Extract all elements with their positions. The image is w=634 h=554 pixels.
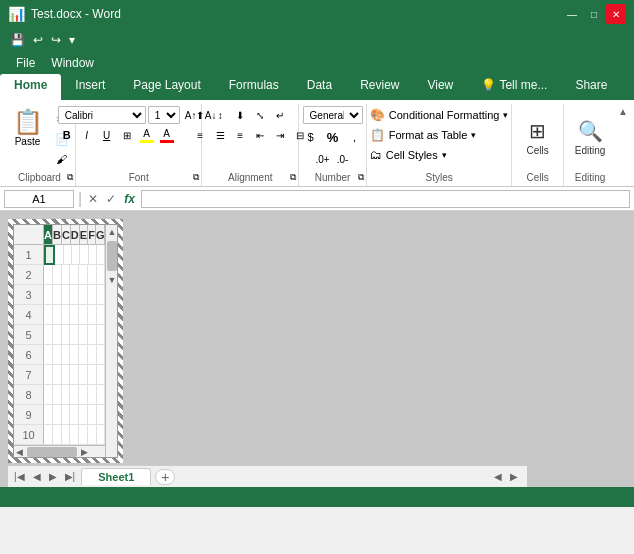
font-color-button[interactable]: A: [158, 126, 176, 144]
sheet-nav-prev[interactable]: ◀: [29, 471, 45, 482]
tab-page-layout[interactable]: Page Layout: [119, 74, 214, 100]
cell-A3[interactable]: [44, 285, 53, 305]
number-expand-icon[interactable]: ⧉: [358, 172, 364, 183]
cell-B5[interactable]: [53, 325, 62, 345]
cell-D2[interactable]: [70, 265, 79, 285]
tab-share[interactable]: Share: [561, 74, 621, 100]
formula-input[interactable]: [141, 190, 630, 208]
text-angle-button[interactable]: ⤡: [251, 106, 269, 124]
formula-fx-button[interactable]: fx: [122, 192, 137, 206]
cell-A7[interactable]: [44, 365, 53, 385]
cell-E6[interactable]: [79, 345, 88, 365]
underline-button[interactable]: U: [98, 126, 116, 144]
menu-window[interactable]: Window: [43, 54, 102, 72]
cells-button[interactable]: ⊞ Cells: [516, 115, 560, 159]
font-size-select[interactable]: 11: [148, 106, 180, 124]
cell-B10[interactable]: [53, 425, 62, 445]
tab-view[interactable]: View: [413, 74, 467, 100]
cell-C1[interactable]: [64, 245, 72, 265]
cell-E1[interactable]: [80, 245, 88, 265]
cell-A4[interactable]: [44, 305, 53, 325]
cell-F8[interactable]: [88, 385, 97, 405]
align-right-button[interactable]: ≡: [231, 126, 249, 144]
tab-home[interactable]: Home: [0, 74, 61, 100]
alignment-expand-icon[interactable]: ⧉: [290, 172, 296, 183]
percent-button[interactable]: %: [322, 126, 344, 148]
col-header-B[interactable]: B: [53, 225, 62, 244]
col-header-G[interactable]: G: [96, 225, 106, 244]
cell-C5[interactable]: [62, 325, 71, 345]
cell-C6[interactable]: [62, 345, 71, 365]
maximize-button[interactable]: □: [584, 4, 604, 24]
cell-B4[interactable]: [53, 305, 62, 325]
cell-C7[interactable]: [62, 365, 71, 385]
cell-F4[interactable]: [88, 305, 97, 325]
cell-D7[interactable]: [70, 365, 79, 385]
cell-C3[interactable]: [62, 285, 71, 305]
sheet-h-scroll-right[interactable]: ▶: [507, 471, 521, 482]
v-scroll-thumb[interactable]: [107, 241, 117, 271]
col-header-D[interactable]: D: [71, 225, 80, 244]
cell-B3[interactable]: [53, 285, 62, 305]
cell-G8[interactable]: [97, 385, 106, 405]
wrap-text-button[interactable]: ↵: [271, 106, 289, 124]
conditional-formatting-button[interactable]: 🎨 Conditional Formatting ▾: [366, 106, 513, 124]
row-num-6[interactable]: 6: [14, 345, 44, 365]
cell-A2[interactable]: [44, 265, 53, 285]
cell-D1[interactable]: [72, 245, 80, 265]
cell-G9[interactable]: [97, 405, 106, 425]
cell-A5[interactable]: [44, 325, 53, 345]
cell-C4[interactable]: [62, 305, 71, 325]
v-scroll-up[interactable]: ▲: [107, 225, 116, 239]
align-top-button[interactable]: ⬆: [191, 106, 209, 124]
cell-E3[interactable]: [79, 285, 88, 305]
h-scroll-right[interactable]: ▶: [79, 447, 90, 457]
bold-button[interactable]: B: [58, 126, 76, 144]
cell-B2[interactable]: [53, 265, 62, 285]
cell-B1[interactable]: [55, 245, 63, 265]
cell-F10[interactable]: [88, 425, 97, 445]
cell-A10[interactable]: [44, 425, 53, 445]
row-num-10[interactable]: 10: [14, 425, 44, 445]
cell-F7[interactable]: [88, 365, 97, 385]
undo-qa-button[interactable]: ↩: [31, 33, 45, 47]
tab-tell-me[interactable]: 💡 Tell me...: [467, 74, 561, 100]
number-format-select[interactable]: General: [303, 106, 363, 124]
border-button[interactable]: ⊞: [118, 126, 136, 144]
align-center-button[interactable]: ☰: [211, 126, 229, 144]
redo-qa-button[interactable]: ↪: [49, 33, 63, 47]
cell-G3[interactable]: [97, 285, 106, 305]
cell-G5[interactable]: [97, 325, 106, 345]
cell-E10[interactable]: [79, 425, 88, 445]
cell-D8[interactable]: [70, 385, 79, 405]
cell-G10[interactable]: [97, 425, 106, 445]
cell-F2[interactable]: [88, 265, 97, 285]
italic-button[interactable]: I: [78, 126, 96, 144]
add-sheet-button[interactable]: +: [155, 469, 175, 485]
indent-increase-button[interactable]: ⇥: [271, 126, 289, 144]
sheet-h-scroll-left[interactable]: ◀: [491, 471, 505, 482]
accounting-button[interactable]: $: [302, 128, 320, 146]
sheet-nav-first[interactable]: |◀: [10, 471, 29, 482]
formula-cancel-button[interactable]: ✕: [86, 192, 100, 206]
minimize-button[interactable]: —: [562, 4, 582, 24]
cell-C8[interactable]: [62, 385, 71, 405]
formula-confirm-button[interactable]: ✓: [104, 192, 118, 206]
paste-button[interactable]: 📋 Paste: [7, 106, 49, 149]
cell-D9[interactable]: [70, 405, 79, 425]
v-scroll-down[interactable]: ▼: [107, 273, 116, 287]
fill-color-button[interactable]: A: [138, 126, 156, 144]
cell-F6[interactable]: [88, 345, 97, 365]
cell-D10[interactable]: [70, 425, 79, 445]
decrease-decimal-button[interactable]: .0-: [334, 150, 352, 168]
menu-file[interactable]: File: [8, 54, 43, 72]
sheet-nav-next[interactable]: ▶: [45, 471, 61, 482]
cell-E8[interactable]: [79, 385, 88, 405]
font-name-select[interactable]: Calibri: [58, 106, 146, 124]
ribbon-collapse-button[interactable]: ▲: [618, 106, 628, 117]
cell-D4[interactable]: [70, 305, 79, 325]
cell-F9[interactable]: [88, 405, 97, 425]
col-header-F[interactable]: F: [88, 225, 96, 244]
cell-E7[interactable]: [79, 365, 88, 385]
row-num-3[interactable]: 3: [14, 285, 44, 305]
